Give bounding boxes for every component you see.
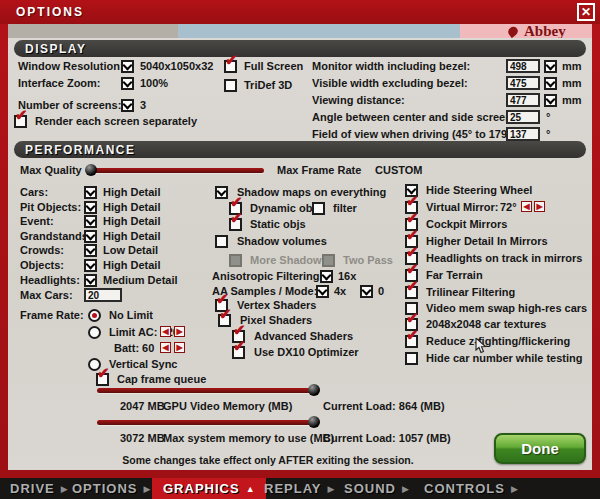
reduce-z-fighting-checkbox[interactable]: ✔ [405,335,418,348]
tab-controls-label: CONTROLS [424,481,505,496]
reduce-z-fighting-label: Reduce z-fighting/flickering [426,335,570,348]
filter-checkbox[interactable] [312,202,325,215]
grandstands-value: High Detail [103,230,160,243]
gpu-memory-slider-knob[interactable] [308,384,320,396]
viewing-distance-label: Viewing distance: [312,94,405,107]
no-limit-radio[interactable] [88,309,101,322]
cap-frame-queue-checkbox[interactable]: ✔ [96,373,109,386]
monitor-width-input[interactable] [506,59,540,73]
full-screen-checkbox[interactable]: ✔ [224,60,237,73]
chevron-down-icon [546,60,556,70]
viewing-distance-dropdown[interactable] [544,94,557,107]
vertical-sync-label: Vertical Sync [109,358,178,371]
banner-text: Abbey [524,24,566,38]
tridef-label: TriDef 3D [244,79,292,92]
close-button[interactable]: ✕ [577,3,595,21]
far-terrain-label: Far Terrain [426,269,483,282]
higher-detail-mirrors-label: Higher Detail In Mirrors [426,235,548,248]
tab-replay-label: REPLAY [264,481,322,496]
check-icon: ✔ [406,243,419,261]
check-icon: ✔ [406,192,419,210]
number-of-screens-label: Number of screens: [18,99,121,112]
chevron-down-icon [86,244,96,254]
number-of-screens-value: 3 [140,99,146,112]
hide-car-number-checkbox[interactable] [405,352,418,365]
quality-slider-knob[interactable] [85,164,97,176]
headlights-dropdown[interactable] [84,274,97,287]
system-memory-slider-track[interactable] [97,420,318,425]
event-dropdown[interactable] [84,215,97,228]
tab-graphics[interactable]: GRAPHICS ▲ [152,478,266,499]
chevron-down-icon [322,270,332,280]
tab-arrow-icon: ▶ [402,484,409,494]
cars-label: Cars: [20,186,48,199]
window-resolution-dropdown[interactable] [121,60,134,73]
options-panel: DISPLAY Window Resolution: 5040x1050x32 … [8,38,592,470]
gpu-memory-load: Current Load: 864 (MB) [323,400,445,413]
check-icon: ✔ [15,106,28,124]
cars-dropdown[interactable] [84,186,97,199]
chevron-down-icon [86,201,96,211]
tab-drive[interactable]: DRIVE ▶ [10,478,68,499]
done-button[interactable]: Done [494,433,586,464]
batt-increase-button[interactable]: ▶ [174,342,185,353]
virtual-mirror-decrease-button[interactable]: ◀ [521,201,532,212]
max-frame-rate-label: Max Frame Rate [277,164,361,177]
limit-ac-radio[interactable] [88,326,101,339]
tab-sound[interactable]: SOUND ▶ [344,478,409,499]
max-cars-input[interactable] [84,288,122,302]
display-header-label: DISPLAY [25,42,86,56]
shadow-maps-dropdown[interactable] [215,186,228,199]
left-arrow-icon: ◀ [523,203,529,211]
shadow-maps-label: Shadow maps on everything [237,186,386,199]
viewing-distance-input[interactable] [506,93,540,107]
trilinear-filtering-checkbox[interactable]: ✔ [405,286,418,299]
visible-width-input[interactable] [506,76,540,90]
limit-ac-decrease-button[interactable]: ◀ [160,326,171,337]
dynamic-objs-label: Dynamic objs [250,202,322,215]
tridef-checkbox[interactable] [224,79,237,92]
crowds-dropdown[interactable] [84,244,97,257]
fov-input[interactable] [506,127,540,141]
vertex-shaders-label: Vertex Shaders [237,299,317,312]
virtual-mirror-increase-button[interactable]: ▶ [534,201,545,212]
performance-header-label: PERFORMANCE [25,143,136,157]
visible-width-dropdown[interactable] [544,77,557,90]
tab-controls[interactable]: CONTROLS ▶ [424,478,518,499]
number-of-screens-dropdown[interactable] [121,99,134,112]
pit-objects-label: Pit Objects: [20,201,81,214]
static-objs-checkbox[interactable]: ✔ [229,218,242,231]
chevron-down-icon [86,230,96,240]
check-icon: ✔ [233,337,246,355]
shadow-volumes-checkbox[interactable] [215,235,228,248]
batt-decrease-button[interactable]: ◀ [160,342,171,353]
limit-ac-increase-button[interactable]: ▶ [174,326,185,337]
background-scene-strip: Abbey [8,24,592,38]
aa-samples-dropdown[interactable] [316,285,329,298]
tab-options[interactable]: OPTIONS ▶ [72,478,150,499]
aa-mode-dropdown[interactable] [360,285,373,298]
monitor-width-dropdown[interactable] [544,60,557,73]
anisotropic-filtering-dropdown[interactable] [320,270,333,283]
system-memory-value: 3072 MB [120,432,165,445]
gpu-memory-slider-track[interactable] [97,388,318,393]
screen-angle-input[interactable] [506,110,540,124]
system-memory-slider-knob[interactable] [308,416,320,428]
interface-zoom-dropdown[interactable] [121,77,134,90]
quality-slider-track[interactable] [88,168,264,173]
interface-zoom-value: 100% [140,77,168,90]
tab-replay[interactable]: REPLAY ▶ [264,478,334,499]
pit-objects-dropdown[interactable] [84,201,97,214]
dx10-optimizer-checkbox[interactable]: ✔ [232,346,245,359]
gpu-memory-value: 2047 MB [120,400,165,413]
chevron-down-icon [318,285,328,295]
objects-dropdown[interactable] [84,259,97,272]
right-arrow-icon: ▶ [536,203,542,211]
render-separately-checkbox[interactable]: ✔ [14,115,27,128]
video-mem-swap-label: Video mem swap high-res cars [426,302,587,315]
tab-arrow-icon: ▶ [144,484,151,494]
grandstands-dropdown[interactable] [84,230,97,243]
tab-arrow-icon: ▶ [328,484,335,494]
pixel-shaders-checkbox[interactable]: ✔ [218,314,231,327]
check-icon: ✔ [219,305,232,323]
